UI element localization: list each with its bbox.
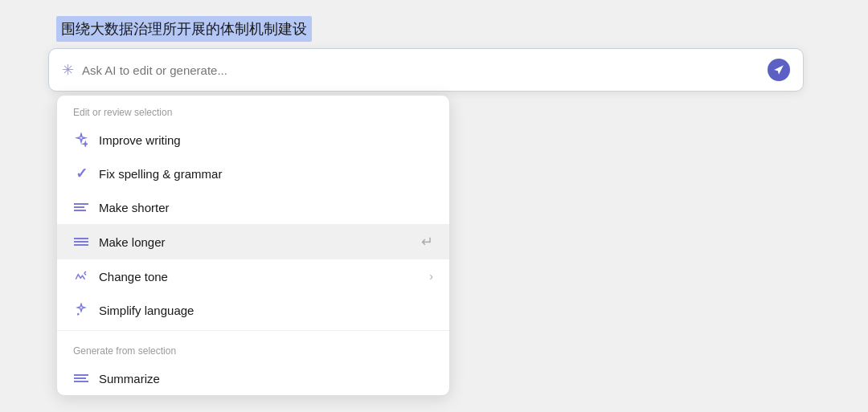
menu-item-improve-writing[interactable]: Improve writing xyxy=(57,123,449,157)
summarize-icon xyxy=(73,370,89,386)
enter-shortcut: ↵ xyxy=(421,233,433,251)
make-longer-label: Make longer xyxy=(99,235,411,249)
send-button[interactable] xyxy=(768,59,790,81)
summarize-label: Summarize xyxy=(99,372,433,385)
send-icon xyxy=(773,64,784,75)
lines-short-icon xyxy=(73,199,89,215)
ai-input-bar: ✳ xyxy=(48,48,804,92)
dropdown-menu: Edit or review selection Improve writing… xyxy=(56,95,450,396)
spark-icon: ✳ xyxy=(62,61,74,79)
menu-divider xyxy=(57,330,449,331)
check-icon: ✓ xyxy=(73,165,89,182)
simplify-language-label: Simplify language xyxy=(99,304,433,317)
menu-item-summarize[interactable]: Summarize xyxy=(57,361,449,395)
simplify-icon xyxy=(73,302,89,318)
sparkle-icon xyxy=(73,132,89,148)
page-container: 围绕大数据治理所开展的体制机制建设 ✳ Edit or review selec… xyxy=(48,16,820,396)
arrow-right-icon: › xyxy=(429,270,433,283)
edit-section-label: Edit or review selection xyxy=(57,96,449,123)
menu-item-simplify-language[interactable]: Simplify language xyxy=(57,293,449,327)
menu-item-fix-spelling[interactable]: ✓ Fix spelling & grammar xyxy=(57,157,449,190)
menu-item-make-longer[interactable]: Make longer ↵ xyxy=(57,224,449,259)
change-tone-label: Change tone xyxy=(99,270,420,284)
lines-long-icon xyxy=(73,234,89,250)
selected-text: 围绕大数据治理所开展的体制机制建设 xyxy=(56,16,312,42)
fix-spelling-label: Fix spelling & grammar xyxy=(99,167,433,181)
generate-section-label: Generate from selection xyxy=(57,334,449,361)
ai-input[interactable] xyxy=(82,63,760,77)
menu-item-change-tone[interactable]: Change tone › xyxy=(57,259,449,293)
make-shorter-label: Make shorter xyxy=(99,201,433,214)
tone-icon xyxy=(73,268,89,284)
menu-item-make-shorter[interactable]: Make shorter xyxy=(57,190,449,224)
improve-writing-label: Improve writing xyxy=(99,133,433,147)
